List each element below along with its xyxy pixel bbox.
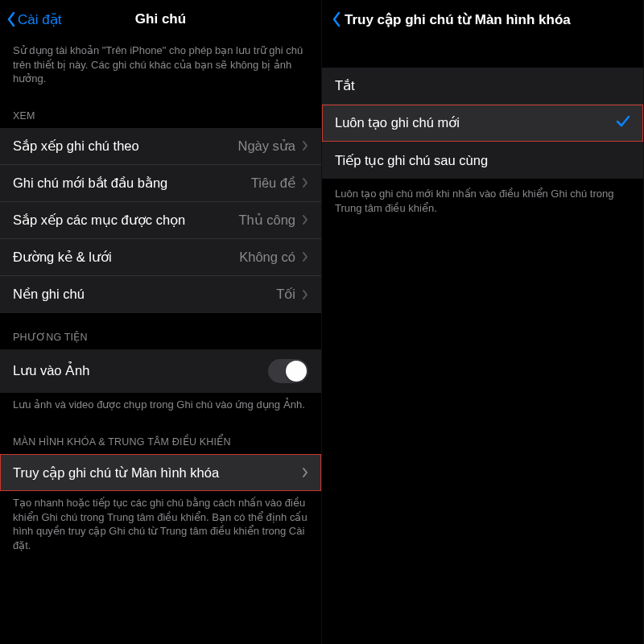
media-description: Lưu ảnh và video được chụp trong Ghi chú… — [0, 393, 321, 419]
left-content: Sử dụng tài khoản "Trên iPhone" cho phép… — [0, 39, 321, 644]
options-group: Tắt Luôn tạo ghi chú mới Tiếp tục ghi ch… — [322, 68, 643, 179]
row-sort[interactable]: Sắp xếp ghi chú theo Ngày sửa — [0, 128, 321, 165]
row-lines-label: Đường kẻ & lưới — [13, 250, 112, 265]
section-header-lock: MÀN HÌNH KHÓA & TRUNG TÂM ĐIỀU KHIỂN — [0, 418, 321, 454]
section-header-view: XEM — [0, 93, 321, 128]
checkmark-icon — [616, 115, 630, 131]
navbar-left: Cài đặt Ghi chú — [0, 0, 321, 39]
row-startwith[interactable]: Ghi chú mới bắt đầu bằng Tiêu đề — [0, 165, 321, 202]
row-arrange[interactable]: Sắp xếp các mục được chọn Thủ công — [0, 202, 321, 239]
row-arrange-value: Thủ công — [238, 213, 295, 228]
option-resume-last-label: Tiếp tục ghi chú sau cùng — [335, 153, 488, 168]
back-label: Cài đặt — [18, 11, 61, 28]
row-save-photos-label: Lưu vào Ảnh — [13, 363, 89, 378]
view-group: Sắp xếp ghi chú theo Ngày sửa Ghi chú mớ… — [0, 128, 321, 313]
navbar-right: Truy cập ghi chú từ Màn hình khóa — [322, 0, 643, 39]
row-lines[interactable]: Đường kẻ & lưới Không có — [0, 239, 321, 276]
row-startwith-label: Ghi chú mới bắt đầu bằng — [13, 175, 167, 191]
back-button[interactable]: Cài đặt — [6, 11, 61, 28]
option-always-new[interactable]: Luôn tạo ghi chú mới — [322, 105, 643, 142]
option-resume-last[interactable]: Tiếp tục ghi chú sau cùng — [322, 142, 643, 179]
chevron-right-icon — [302, 177, 308, 188]
section-header-media: PHƯƠNG TIỆN — [0, 313, 321, 349]
option-off-label: Tắt — [335, 78, 355, 93]
top-description: Sử dụng tài khoản "Trên iPhone" cho phép… — [0, 39, 321, 93]
back-button[interactable] — [328, 11, 341, 27]
chevron-right-icon — [302, 140, 308, 151]
chevron-right-icon — [302, 289, 308, 300]
row-bg-label: Nền ghi chú — [13, 287, 85, 302]
chevron-right-icon — [302, 467, 308, 478]
lock-description: Tạo nhanh hoặc tiếp tục các ghi chú bằng… — [0, 491, 321, 559]
row-startwith-value: Tiêu đề — [251, 175, 295, 191]
option-always-new-label: Luôn tạo ghi chú mới — [335, 115, 460, 130]
right-screen: Truy cập ghi chú từ Màn hình khóa Tắt Lu… — [322, 0, 644, 644]
row-access-lock-label: Truy cập ghi chú từ Màn hình khóa — [13, 465, 219, 481]
option-off[interactable]: Tắt — [322, 68, 643, 105]
row-bg-value: Tối — [276, 287, 295, 302]
row-lines-value: Không có — [239, 250, 295, 265]
row-arrange-label: Sắp xếp các mục được chọn — [13, 213, 185, 228]
chevron-left-icon — [6, 11, 16, 27]
page-title: Truy cập ghi chú từ Màn hình khóa — [345, 11, 571, 28]
page-title: Ghi chú — [135, 11, 186, 27]
left-screen: Cài đặt Ghi chú Sử dụng tài khoản "Trên … — [0, 0, 322, 644]
chevron-right-icon — [302, 251, 308, 262]
right-content: Tắt Luôn tạo ghi chú mới Tiếp tục ghi ch… — [322, 39, 643, 644]
row-save-photos[interactable]: Lưu vào Ảnh — [0, 349, 321, 393]
toggle-knob — [286, 361, 307, 382]
lock-group: Truy cập ghi chú từ Màn hình khóa — [0, 454, 321, 491]
row-bg[interactable]: Nền ghi chú Tối — [0, 276, 321, 313]
right-description: Luôn tạo ghi chú mới khi nhấn vào điều k… — [322, 179, 643, 221]
row-sort-label: Sắp xếp ghi chú theo — [13, 138, 139, 154]
row-sort-value: Ngày sửa — [237, 138, 295, 154]
media-group: Lưu vào Ảnh — [0, 349, 321, 393]
chevron-left-icon — [332, 11, 341, 27]
row-access-lock[interactable]: Truy cập ghi chú từ Màn hình khóa — [0, 454, 321, 491]
chevron-right-icon — [302, 214, 308, 225]
save-photos-toggle[interactable] — [268, 359, 308, 383]
